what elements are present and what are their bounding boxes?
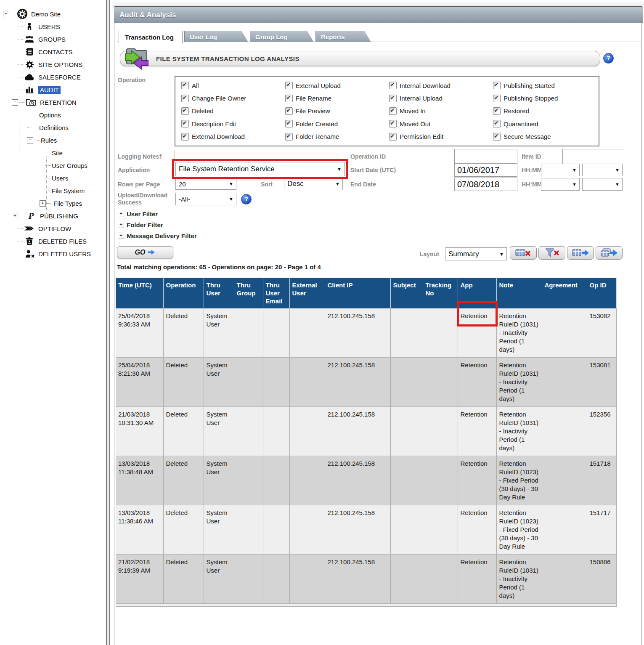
tree-item-rules-users[interactable]: Users [0,172,105,184]
col-thru-user: Thru User [204,278,234,308]
checkbox-checked[interactable] [285,82,293,89]
table-row: 21/02/2018 9:19:39 AMDeleted System User… [116,555,616,604]
collapse-icon[interactable]: − [27,137,33,143]
checkbox-checked[interactable] [389,133,397,141]
tree-item-definitions[interactable]: Definitions [0,121,105,134]
tree-item-rules-file-types[interactable]: + File Types [0,197,105,210]
checkbox-checked[interactable] [493,120,501,127]
end-hour-select[interactable] [541,178,580,191]
checkbox-checked[interactable] [285,107,293,115]
operation-id-input[interactable] [454,149,517,164]
tree-item-options[interactable]: Options [0,109,105,121]
checkbox-checked[interactable] [285,133,293,141]
tab-group-log[interactable]: Group Log [250,31,314,42]
trash-icon [24,236,35,247]
collapse-icon[interactable]: − [12,99,18,106]
logging-notes-input[interactable] [175,150,349,162]
tables-export-icon [600,248,618,258]
checkbox-checked[interactable] [181,95,189,102]
tree-item-rules-site[interactable]: Site [0,146,105,159]
users-icon [24,21,35,32]
upload-download-select[interactable]: -All- [175,193,236,205]
checkbox-checked[interactable] [389,120,397,127]
rows-per-page-select[interactable]: 20 [175,178,236,190]
tree-item-rules-user-groups[interactable]: User Groups [0,159,105,172]
tree-item-publishing[interactable]: + P PUBLISHING [0,210,105,222]
tree-item-deleted-users[interactable]: DELETED USERS [0,247,105,260]
operation-option: File Rename [285,92,389,104]
tree-label: Definitions [39,124,69,131]
tree-item-groups[interactable]: GROUPS [0,33,105,45]
logging-notes-label: Logging Notes† [118,153,162,160]
checkbox-checked[interactable] [181,82,189,89]
item-id-input[interactable] [562,149,624,164]
app-cell-highlighted: Retention [458,308,496,358]
operation-option: Permission Edit [389,130,493,143]
operation-option: Folder Rename [285,130,389,143]
checkbox-checked[interactable] [181,107,189,115]
tree-item-retention[interactable]: − RETENTION [0,96,105,109]
col-operation: Operation [163,278,204,308]
start-hhmm-label: HH:MM [522,167,542,173]
tree-item-rules-file-system[interactable]: File System [0,184,105,197]
operation-checkbox-group: All Change File Owner Deleted Descriptio… [175,76,599,146]
start-hour-select[interactable] [541,164,580,176]
user-filter-toggle[interactable]: + User Filter [118,210,158,218]
checkbox-checked[interactable] [389,107,397,115]
checkbox-checked[interactable] [493,107,501,115]
tree-label: Options [39,111,61,119]
end-date-input[interactable] [454,178,517,191]
layout-select[interactable]: Summary [445,247,507,260]
tab-label: Reports [321,33,345,40]
go-button[interactable]: GO [117,246,173,258]
checkbox-checked[interactable] [181,120,189,127]
table-export-icon [572,248,589,257]
expand-icon[interactable]: + [118,211,124,217]
operation-option: External Upload [285,79,389,92]
expand-icon[interactable]: + [118,222,124,228]
table-row: 25/04/2018 8:21:30 AMDeleted System User… [116,358,616,407]
tree-item-contacts[interactable]: CONTACTS [0,45,105,58]
rows-per-page-label: Rows per Page [118,181,160,188]
start-minute-select[interactable] [582,164,623,176]
start-date-input[interactable] [454,163,517,177]
message-delivery-filter-toggle[interactable]: + Message Delivery Filter [118,232,197,239]
tree-label: RETENTION [40,99,77,106]
folder-filter-toggle[interactable]: + Folder Filter [118,221,163,228]
tab-transaction-log[interactable]: Transaction Log [119,31,183,43]
checkbox-checked[interactable] [285,120,293,127]
collapse-icon[interactable]: − [3,11,9,17]
checkbox-checked[interactable] [493,133,501,141]
tree-item-salesforce[interactable]: SALESFORCE [0,71,105,83]
sort-select[interactable]: Desc [284,178,343,190]
tab-reports[interactable]: Reports [315,31,371,42]
checkbox-checked[interactable] [389,82,397,89]
export-table-button[interactable] [567,246,594,260]
expand-icon[interactable]: + [118,233,124,239]
end-minute-select[interactable] [582,178,623,191]
clear-filter-button[interactable] [538,246,565,260]
application-select[interactable]: File System Retention Service [175,162,345,176]
tree-item-deleted-files[interactable]: DELETED FILES [0,235,105,247]
help-icon[interactable]: ? [241,194,252,204]
export-all-button[interactable] [596,246,623,260]
main-panel: Audit & Analysis Transaction Log User Lo… [113,0,644,645]
checkbox-checked[interactable] [181,133,189,141]
tree-item-rules[interactable]: − Rules [0,134,105,146]
tab-user-log[interactable]: User Log [184,31,248,42]
clear-columns-button[interactable] [510,246,537,260]
checkbox-checked[interactable] [285,95,293,102]
tree-item-audit[interactable]: AUDIT [0,83,105,96]
operation-option: All [181,79,285,92]
expand-icon[interactable]: + [40,200,46,207]
tree-item-demo-site[interactable]: − Demo Site [0,8,105,20]
checkbox-checked[interactable] [493,82,501,89]
help-icon[interactable]: ? [603,53,614,64]
checkbox-checked[interactable] [493,95,501,102]
tree-item-users[interactable]: USERS [0,20,105,33]
tree-item-optiflow[interactable]: OPTIFLOW [0,222,105,235]
operation-option: File Preview [285,105,389,117]
tree-item-site-options[interactable]: SITE OPTIONS [0,58,105,71]
checkbox-checked[interactable] [389,95,397,102]
expand-icon[interactable]: + [12,213,18,219]
